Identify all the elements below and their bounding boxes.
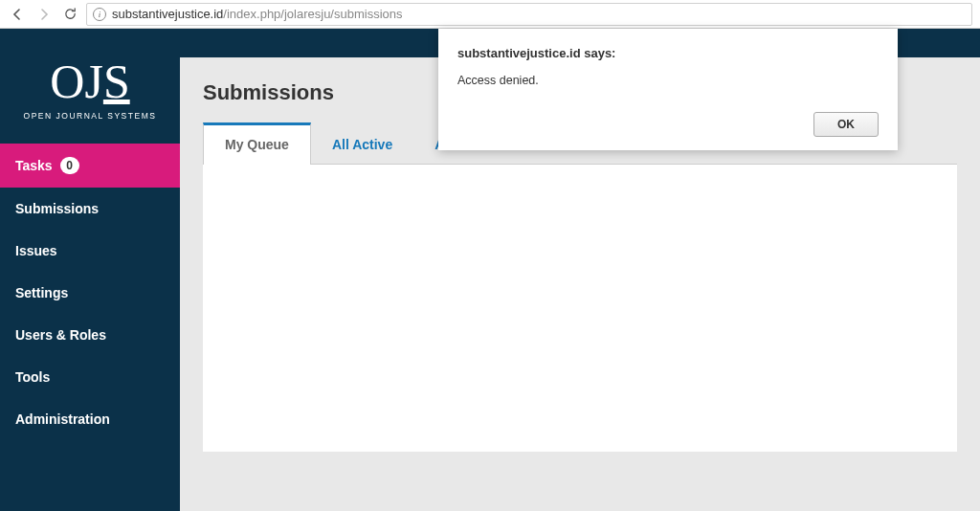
alert-dialog: substantivejustice.id says: Access denie… (438, 29, 898, 150)
sidebar-item-settings[interactable]: Settings (0, 272, 180, 314)
browser-toolbar: i substantivejustice.id/index.php/jolare… (0, 0, 980, 29)
sidebar-item-label: Issues (15, 243, 57, 258)
logo-subtitle: OPEN JOURNAL SYSTEMS (19, 111, 161, 121)
tasks-badge: 0 (60, 157, 79, 174)
sidebar-item-submissions[interactable]: Submissions (0, 188, 180, 230)
alert-actions: OK (457, 112, 879, 137)
tab-my-queue[interactable]: My Queue (203, 122, 311, 165)
sidebar: OJS OPEN JOURNAL SYSTEMS Tasks 0 Submiss… (0, 29, 180, 511)
alert-message: Access denied. (457, 74, 879, 87)
sidebar-item-label: Tools (15, 369, 50, 385)
sidebar-item-label: Administration (15, 411, 110, 427)
url-text: substantivejustice.id/index.php/jolaresj… (112, 7, 403, 21)
sidebar-item-label: Users & Roles (15, 327, 106, 343)
site-info-icon[interactable]: i (93, 8, 106, 21)
ok-button[interactable]: OK (813, 112, 879, 137)
tab-all-active[interactable]: All Active (311, 122, 413, 164)
sidebar-item-administration[interactable]: Administration (0, 398, 180, 440)
sidebar-item-label: Tasks (15, 158, 53, 173)
back-button[interactable] (8, 5, 27, 24)
logo-title: OJS (19, 57, 161, 105)
sidebar-item-label: Submissions (15, 201, 99, 216)
alert-title: substantivejustice.id says: (457, 46, 879, 60)
logo[interactable]: OJS OPEN JOURNAL SYSTEMS (0, 29, 180, 144)
sidebar-item-tasks[interactable]: Tasks 0 (0, 144, 180, 188)
sidebar-item-label: Settings (15, 285, 68, 300)
address-bar[interactable]: i substantivejustice.id/index.php/jolare… (86, 3, 972, 26)
sidebar-item-users-roles[interactable]: Users & Roles (0, 314, 180, 356)
forward-button[interactable] (34, 5, 54, 24)
reload-button[interactable] (61, 6, 78, 23)
tab-content (203, 165, 957, 452)
sidebar-item-issues[interactable]: Issues (0, 230, 180, 272)
sidebar-item-tools[interactable]: Tools (0, 356, 180, 398)
